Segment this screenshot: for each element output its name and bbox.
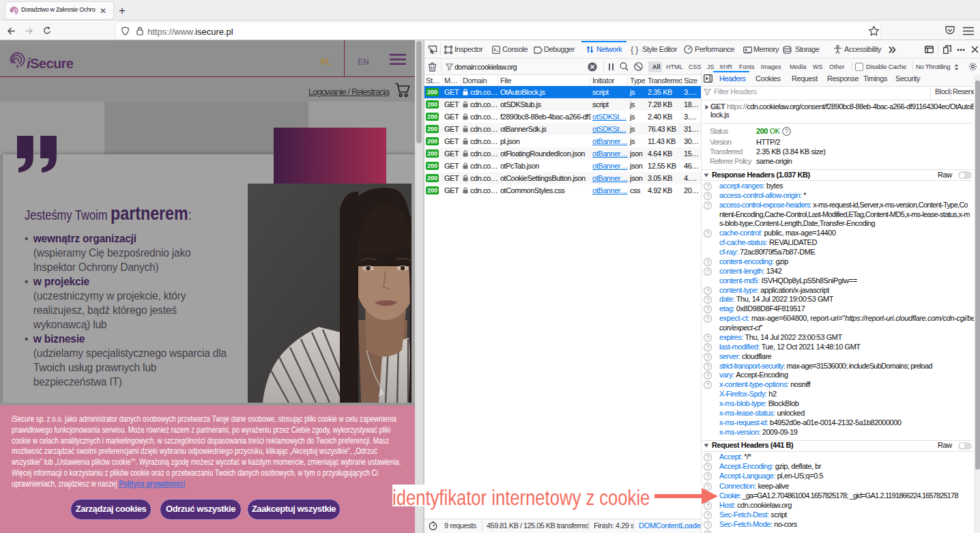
svg-text:?: ? bbox=[706, 259, 710, 265]
svg-text:?: ? bbox=[706, 463, 710, 470]
svg-text:?: ? bbox=[706, 372, 710, 379]
svg-text:?: ? bbox=[706, 381, 710, 388]
svg-text:?: ? bbox=[706, 362, 710, 369]
svg-text:?: ? bbox=[706, 521, 710, 528]
svg-text:?: ? bbox=[706, 454, 710, 461]
svg-text:?: ? bbox=[706, 296, 710, 303]
svg-text:?: ? bbox=[706, 183, 710, 190]
svg-text:?: ? bbox=[706, 268, 710, 275]
svg-text:?: ? bbox=[706, 287, 710, 293]
svg-text:?: ? bbox=[706, 512, 710, 519]
svg-text:?: ? bbox=[785, 128, 788, 134]
svg-text:?: ? bbox=[706, 343, 710, 350]
svg-text:?: ? bbox=[706, 353, 710, 360]
svg-text:?: ? bbox=[706, 334, 710, 341]
svg-text:?: ? bbox=[706, 230, 710, 237]
svg-text:?: ? bbox=[706, 315, 710, 322]
svg-text:?: ? bbox=[706, 192, 710, 199]
svg-text:?: ? bbox=[706, 306, 710, 313]
svg-text:?: ? bbox=[706, 201, 710, 208]
svg-text:?: ? bbox=[706, 473, 710, 480]
